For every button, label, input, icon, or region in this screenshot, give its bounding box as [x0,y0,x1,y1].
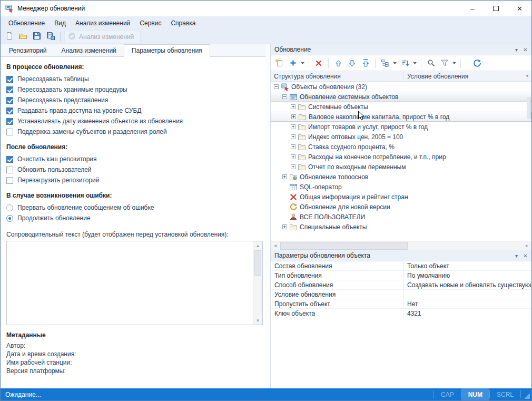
expand-plus-icon[interactable] [290,154,297,159]
tree-row[interactable]: Обновление для новой версии [271,202,531,212]
column-header-condition[interactable]: Условие обновления [403,71,523,81]
tab-1[interactable]: Репозиторий [2,45,54,56]
chevron-down-icon[interactable] [392,57,397,69]
tree-row[interactable]: Системные объекты [271,102,531,112]
column-options-button[interactable]: ▼ [523,71,531,81]
column-header-structure[interactable]: Структура обновления [271,71,403,81]
checkbox-option[interactable]: Пересоздавать представления [6,95,263,105]
tree-row[interactable]: Импорт товаров и услуг, прирост % в год [271,122,531,132]
new-update-button[interactable] [3,31,15,43]
panel-close-button[interactable]: ✕ [521,46,530,54]
panel-position-button[interactable]: ▾ [512,252,521,260]
save-update-button[interactable] [31,31,43,43]
expand-plus-icon[interactable] [290,124,297,129]
checkbox-checked[interactable] [6,156,13,163]
tree-row[interactable]: Валовое накопление капитала, прирост % в… [271,112,531,122]
panel-position-button[interactable]: ▾ [512,46,521,54]
comment-text[interactable] [7,241,253,325]
minimize-button[interactable]: – [460,1,484,16]
tree-row[interactable]: SQL-оператор [271,182,531,192]
grouping-icon[interactable] [380,57,390,69]
checkbox-option[interactable]: Поддержка замены субъектов и разделения … [6,126,263,137]
scrollbar-track[interactable] [253,250,262,316]
move-top-icon[interactable] [360,57,371,69]
expand-plus-icon[interactable] [290,134,297,139]
panel-close-button[interactable]: ✕ [521,252,530,260]
checkbox-checked[interactable] [6,107,13,114]
move-up-icon[interactable] [333,57,343,69]
property-value[interactable]: По умолчанию [403,271,531,280]
menu-item-3[interactable]: Анализ изменений [71,17,135,29]
expand-plus-icon[interactable] [281,224,288,229]
comment-scrollbar[interactable]: ▲ ▼ [253,241,262,325]
radio-unselected[interactable] [6,204,13,211]
checkbox-unchecked[interactable] [6,177,13,184]
collapse-minus-icon[interactable] [281,94,288,99]
expand-plus-icon[interactable] [290,104,297,109]
checkbox-checked[interactable] [6,86,13,93]
tree-vertical-scrollbar[interactable] [527,83,531,240]
tree-row[interactable]: Обновление системных объектов [271,92,531,102]
tree-row[interactable]: Отчет по выходным переменным [271,162,531,172]
checkbox-checked[interactable] [6,118,13,125]
search-icon[interactable] [426,57,436,69]
tree-row[interactable]: ВСЕ ПОЛЬЗОВАТЕЛИ [271,212,531,222]
property-row[interactable]: Состав обновленияТолько объект [271,261,531,271]
chevron-down-icon[interactable] [300,57,305,69]
checkbox-option[interactable]: Раздавать права доступа на уровне СУБД [6,105,263,116]
tab-3[interactable]: Параметры обновления [124,44,210,57]
close-button[interactable]: ✕ [508,1,531,16]
checkbox-option[interactable]: Обновить пользователей [6,164,263,175]
scroll-left-icon[interactable]: ◄ [271,241,280,250]
property-value[interactable]: Создавать новые и обновлять существующие [403,280,531,289]
tree-row[interactable]: Индекс оптовых цен, 2005 = 100 [271,132,531,142]
checkbox-unchecked[interactable] [6,129,13,135]
checkbox-option[interactable]: Очистить кэш репозитория [6,154,263,164]
property-row[interactable]: Способ обновленияСоздавать новые и обнов… [271,280,531,290]
tree-row[interactable]: Расходы на конечное потребление, и т.п.,… [271,152,531,162]
tree-row[interactable]: Общая информация и рейтинг стран [271,192,531,202]
panel-splitter[interactable] [265,44,270,388]
delete-object-icon[interactable] [313,57,324,69]
radio-option[interactable]: Продолжить обновление [6,213,263,223]
scroll-right-icon[interactable]: ► [523,241,531,250]
tree-horizontal-scrollbar[interactable]: ◄ ► [271,241,531,250]
scrollbar-thumb[interactable] [527,97,531,119]
tree-row[interactable]: Специальные объекты [271,222,531,232]
refresh-icon[interactable] [472,57,482,69]
property-value[interactable]: 4321 [403,309,531,318]
menu-item-5[interactable]: Справка [166,17,200,29]
checkbox-option[interactable]: Пересоздавать таблицы [6,74,263,84]
move-down-icon[interactable] [347,57,357,69]
property-row[interactable]: Тип обновленияПо умолчанию [271,271,531,280]
property-value[interactable] [403,290,531,299]
scroll-down-icon[interactable]: ▼ [253,316,262,325]
filter-icon[interactable] [439,57,450,69]
checkbox-checked[interactable] [6,97,13,104]
tree-row[interactable]: Обновление топооснов [271,172,531,182]
chevron-down-icon[interactable] [412,57,417,69]
property-row[interactable]: Ключ объекта4321 [271,309,531,318]
expand-plus-icon[interactable] [281,174,288,179]
menu-item-1[interactable]: Обновление [4,17,50,29]
scrollbar-track[interactable] [280,241,523,250]
checkbox-checked[interactable] [6,76,13,83]
save-all-button[interactable] [44,31,56,43]
comment-textarea[interactable]: ▲ ▼ [6,241,263,325]
chevron-down-icon[interactable] [451,57,457,69]
new-update-object-icon[interactable] [274,57,284,69]
property-value[interactable]: Нет [403,299,531,308]
collapse-minus-icon[interactable] [273,84,280,89]
scrollbar-thumb[interactable] [280,242,408,250]
expand-plus-icon[interactable] [290,114,297,119]
property-value[interactable]: Только объект [403,261,531,270]
radio-selected[interactable] [6,215,13,222]
menu-item-4[interactable]: Сервис [135,17,166,29]
property-row[interactable]: Условие обновления [271,290,531,299]
scroll-up-icon[interactable]: ▲ [253,241,262,250]
expand-plus-icon[interactable] [290,144,297,149]
checkbox-option[interactable]: Устанавливать дату изменения объектов из… [6,116,263,126]
property-row[interactable]: Пропустить объектНет [271,299,531,309]
sort-icon[interactable] [400,57,410,69]
expand-plus-icon[interactable] [290,164,297,169]
